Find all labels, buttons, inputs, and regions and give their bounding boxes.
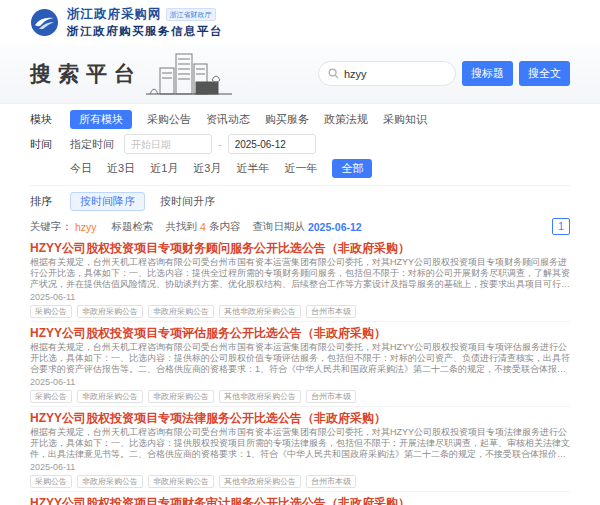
- module-option-services[interactable]: 购买服务: [265, 112, 309, 127]
- result-category-tag[interactable]: 采购公告: [30, 305, 72, 318]
- result-count: 4: [200, 221, 206, 233]
- result-category-tag[interactable]: 非政府采购公告: [148, 305, 214, 318]
- result-category-tag[interactable]: 非政府采购公告: [77, 475, 143, 488]
- module-option-knowledge[interactable]: 采购知识: [383, 112, 427, 127]
- result-category-tag[interactable]: 其他非政府采购公告: [219, 390, 301, 403]
- range-1m[interactable]: 近1月: [150, 161, 178, 176]
- result-title-link[interactable]: HZYY公司股权投资项目专项评估服务公开比选公告（非政府采购）: [30, 326, 570, 340]
- result-snippet: 根据有关规定，台州天机工程咨询有限公司受台州市国有资本运营集团有限公司委托，对其…: [30, 257, 570, 290]
- keyword-value: hzyy: [75, 221, 97, 233]
- result-snippet: 根据有关规定，台州天机工程咨询有限公司受台州市国有资本运营集团有限公司委托，对其…: [30, 342, 570, 375]
- result-category-tag[interactable]: 台州市本级: [306, 390, 356, 403]
- module-option-all[interactable]: 所有模块: [70, 110, 132, 129]
- site-subtitle: 浙江政府购买服务信息平台: [67, 24, 223, 39]
- sort-row: 排序 按时间降序 按时间升序: [30, 192, 570, 211]
- time-label: 时间: [30, 137, 70, 152]
- result-summary-row: 关键字： hzyy 标题检索 共找到 4 条内容 查询日期从 2025-06-1…: [30, 218, 570, 235]
- result-item: HZYY公司股权投资项目专项财务审计服务公开比选公告（非政府采购） 根据有关规定…: [30, 492, 570, 505]
- search-icon: [328, 68, 339, 79]
- result-tags: 采购公告非政府采购公告非政府采购公告其他非政府采购公告台州市本级: [30, 475, 570, 488]
- divider: [30, 185, 570, 186]
- result-item: HZYY公司股权投资项目专项评估服务公开比选公告（非政府采购） 根据有关规定，台…: [30, 322, 570, 407]
- result-category-tag[interactable]: 采购公告: [30, 475, 72, 488]
- module-option-procurement[interactable]: 采购公告: [147, 112, 191, 127]
- site-titles: 浙江政府采购网 浙江省财政厅 浙江政府购买服务信息平台: [67, 6, 223, 39]
- result-title-link[interactable]: HZYY公司股权投资项目专项财务审计服务公开比选公告（非政府采购）: [30, 496, 570, 505]
- query-date-prefix: 查询日期从: [252, 220, 305, 234]
- range-6m[interactable]: 近半年: [236, 161, 269, 176]
- module-filter-row: 模块 所有模块 采购公告 资讯动态 购买服务 政策法规 采购知识: [30, 110, 570, 129]
- result-category-tag[interactable]: 其他非政府采购公告: [219, 305, 301, 318]
- search-banner: 搜索平台: [0, 44, 600, 104]
- date-range-dash: -: [218, 138, 222, 150]
- result-category-tag[interactable]: 台州市本级: [306, 305, 356, 318]
- query-date-value: 2025-06-12: [308, 221, 362, 233]
- result-category-tag[interactable]: 非政府采购公告: [148, 390, 214, 403]
- result-category-tag[interactable]: 采购公告: [30, 390, 72, 403]
- found-prefix: 共找到: [166, 220, 198, 234]
- result-tags: 采购公告非政府采购公告非政府采购公告其他非政府采购公告台州市本级: [30, 390, 570, 403]
- result-category-tag[interactable]: 其他非政府采购公告: [219, 475, 301, 488]
- search-scope: 标题检索: [112, 220, 154, 234]
- page: 浙江政府采购网 浙江省财政厅 浙江政府购买服务信息平台 搜索平台: [0, 0, 600, 505]
- result-category-tag[interactable]: 非政府采购公告: [148, 475, 214, 488]
- range-3d[interactable]: 近3日: [107, 161, 135, 176]
- search-input-wrap: [318, 61, 456, 86]
- search-bar: 搜标题 搜全文: [318, 61, 570, 86]
- module-option-news[interactable]: 资讯动态: [206, 112, 250, 127]
- range-1y[interactable]: 近一年: [284, 161, 317, 176]
- range-today[interactable]: 今日: [70, 161, 92, 176]
- date-start-input[interactable]: [124, 134, 212, 154]
- site-name: 浙江政府采购网: [67, 6, 162, 23]
- search-title-button[interactable]: 搜标题: [462, 61, 513, 86]
- keyword-label: 关键字：: [30, 220, 72, 234]
- sort-asc-option[interactable]: 按时间升序: [160, 194, 215, 209]
- range-all[interactable]: 全部: [332, 159, 372, 178]
- search-fulltext-button[interactable]: 搜全文: [519, 61, 570, 86]
- result-title-link[interactable]: HZYY公司股权投资项目专项法律服务公开比选公告（非政府采购）: [30, 411, 570, 425]
- page-title: 搜索平台: [30, 60, 142, 88]
- site-logo-icon: [30, 8, 59, 37]
- sort-label: 排序: [30, 194, 70, 209]
- date-end-input[interactable]: [228, 134, 316, 154]
- search-input[interactable]: [344, 68, 446, 80]
- result-item: HZYY公司股权投资项目专项财务顾问服务公开比选公告（非政府采购） 根据有关规定…: [30, 237, 570, 322]
- result-item: HZYY公司股权投资项目专项法律服务公开比选公告（非政府采购） 根据有关规定，台…: [30, 407, 570, 492]
- found-suffix: 条内容: [209, 220, 241, 234]
- quick-range-row: 今日 近3日 近1月 近3月 近半年 近一年 全部: [30, 159, 570, 178]
- result-date: 2025-06-11: [30, 462, 570, 472]
- result-date: 2025-06-11: [30, 292, 570, 302]
- time-filter-row: 时间 指定时间 -: [30, 134, 570, 154]
- pagination-page-1[interactable]: 1: [552, 218, 570, 235]
- org-badge: 浙江省财政厅: [166, 8, 216, 21]
- sort-desc-option[interactable]: 按时间降序: [70, 192, 145, 211]
- filter-panel: 模块 所有模块 采购公告 资讯动态 购买服务 政策法规 采购知识 时间 指定时间…: [0, 104, 600, 235]
- city-sketch-illustration: [146, 50, 232, 102]
- module-label: 模块: [30, 112, 70, 127]
- result-title-link[interactable]: HZYY公司股权投资项目专项财务顾问服务公开比选公告（非政府采购）: [30, 241, 570, 255]
- site-header: 浙江政府采购网 浙江省财政厅 浙江政府购买服务信息平台: [0, 0, 600, 44]
- results-list: HZYY公司股权投资项目专项财务顾问服务公开比选公告（非政府采购） 根据有关规定…: [0, 235, 600, 505]
- module-option-policy[interactable]: 政策法规: [324, 112, 368, 127]
- result-category-tag[interactable]: 台州市本级: [306, 475, 356, 488]
- time-mode-label: 指定时间: [70, 137, 114, 152]
- result-date: 2025-06-11: [30, 377, 570, 387]
- range-3m[interactable]: 近3月: [193, 161, 221, 176]
- result-tags: 采购公告非政府采购公告非政府采购公告其他非政府采购公告台州市本级: [30, 305, 570, 318]
- result-category-tag[interactable]: 非政府采购公告: [77, 390, 143, 403]
- result-category-tag[interactable]: 非政府采购公告: [77, 305, 143, 318]
- result-snippet: 根据有关规定，台州天机工程咨询有限公司受台州市国有资本运营集团有限公司委托，对其…: [30, 427, 570, 460]
